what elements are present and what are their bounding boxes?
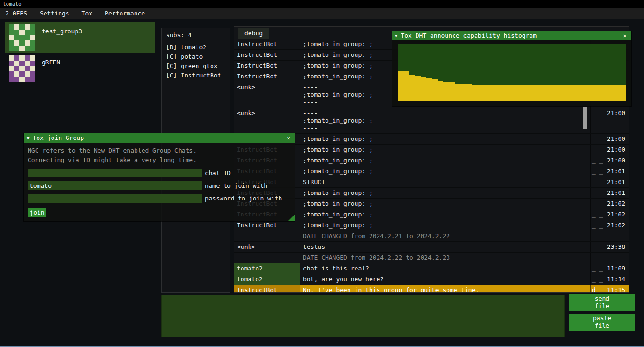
- chat-message-row[interactable]: InstructBot No, I've been in this group …: [234, 285, 629, 292]
- chat-message-row[interactable]: DATE CHANGED from 2024.2.22 to 2024.2.23: [234, 253, 629, 263]
- message-timestamp: [605, 253, 629, 263]
- group-item[interactable]: gREEN: [5, 53, 155, 84]
- app-window: tomato 2.0FPS Settings Tox Performance t…: [0, 0, 644, 347]
- menu-item[interactable]: Tox: [76, 8, 98, 19]
- histogram-bar: [443, 82, 449, 101]
- message-text: ---- ;tomato_in_group: ; ----: [300, 108, 586, 133]
- histogram-bar: [614, 85, 620, 101]
- histogram-bar: [580, 85, 586, 101]
- scrollbar-gutter: [586, 263, 590, 274]
- scrollbar-gutter: [586, 199, 590, 209]
- message-author: InstructBot: [234, 50, 300, 60]
- histogram-bar: [483, 85, 489, 101]
- message-text: ;tomato_in_group: ;: [300, 145, 586, 155]
- message-status-flags: _ _: [590, 274, 605, 285]
- subs-item[interactable]: [D] tomato2: [162, 43, 230, 52]
- scrollbar-gutter: [586, 145, 590, 155]
- message-text: ;tomato_in_group: ;: [300, 155, 586, 166]
- scrollbar-gutter: [586, 166, 590, 177]
- collapse-arrow-icon[interactable]: ▼: [395, 31, 397, 40]
- chat-message-row[interactable]: DATE CHANGED from 2024.2.21 to 2024.2.22: [234, 231, 629, 242]
- message-status-flags: [590, 231, 605, 241]
- message-text: DATE CHANGED from 2024.2.21 to 2024.2.22: [300, 231, 586, 241]
- message-status-flags: d: [590, 285, 605, 292]
- message-author: <unk>: [234, 242, 300, 252]
- join-field-row: chat ID: [28, 169, 291, 177]
- resize-grip[interactable]: [288, 215, 295, 221]
- scrollbar-gutter: [586, 177, 590, 187]
- group-item[interactable]: test_group3: [5, 22, 155, 53]
- histogram-bar: [517, 85, 523, 101]
- join-title-bar[interactable]: ▼ Tox join Group ✕: [24, 133, 295, 143]
- join-window: ▼ Tox join Group ✕ NGC refers to the New…: [24, 133, 295, 221]
- message-author: tomato2: [234, 263, 300, 274]
- histogram-bar: [398, 71, 403, 101]
- histogram-bar: [403, 71, 409, 101]
- scrollbar-gutter: [586, 220, 590, 231]
- scrollbar-gutter: [586, 285, 590, 292]
- scrollbar-gutter: [586, 155, 590, 166]
- histogram-bar: [523, 85, 529, 101]
- message-timestamp: 21:01: [605, 166, 629, 177]
- histogram-bar: [438, 81, 443, 101]
- send-file-button[interactable]: send file: [569, 294, 635, 311]
- fps-counter: 2.0FPS: [0, 10, 34, 17]
- join-form: chat ID name to join with password to jo…: [28, 169, 291, 203]
- chat-message-row[interactable]: InstructBot ;tomato_in_group: ; _ _ 21:0…: [234, 220, 629, 231]
- subs-item[interactable]: [C] InstructBot: [162, 71, 230, 80]
- histogram-window: ▼ Tox DHT announce capability histogram …: [392, 31, 631, 106]
- message-timestamp: 21:00: [605, 145, 629, 155]
- histogram-bar: [495, 85, 500, 101]
- message-input[interactable]: [161, 295, 565, 337]
- group-avatar: [9, 24, 35, 51]
- histogram-title-bar[interactable]: ▼ Tox DHT announce capability histogram …: [392, 31, 631, 40]
- tab-debug[interactable]: debug: [238, 28, 269, 39]
- message-timestamp: 21:02: [605, 209, 629, 220]
- chat-message-row[interactable]: tomato2 chat is this real? _ _ 11:09: [234, 263, 629, 274]
- chat-scrollbar-thumb[interactable]: [583, 107, 587, 129]
- join-button[interactable]: join: [28, 208, 46, 217]
- scrollbar-gutter: [586, 209, 590, 220]
- menu-item[interactable]: Performance: [98, 8, 151, 19]
- message-author: InstructBot: [234, 71, 300, 82]
- message-status-flags: _ _: [590, 108, 605, 133]
- message-status-flags: _ _: [590, 155, 605, 166]
- message-timestamp: 21:00: [605, 155, 629, 166]
- histogram-bar: [409, 75, 415, 101]
- subs-item[interactable]: [C] potato: [162, 52, 230, 62]
- histogram-bar: [591, 85, 597, 101]
- message-timestamp: 21:02: [605, 199, 629, 209]
- join-password-input[interactable]: [28, 194, 202, 203]
- histogram-bar: [535, 85, 540, 101]
- title-bar[interactable]: tomato: [0, 0, 644, 8]
- menu-bar: 2.0FPS Settings Tox Performance: [0, 8, 644, 19]
- chat-message-row[interactable]: <unk> ---- ;tomato_in_group: ; ---- _ _ …: [234, 108, 629, 134]
- chat-message-row[interactable]: tomato2 bot, are you new here? _ _ 11:14: [234, 274, 629, 285]
- close-icon[interactable]: ✕: [285, 133, 292, 143]
- subs-item[interactable]: [C] green_qtox: [162, 62, 230, 71]
- histogram-bar: [529, 85, 535, 101]
- chat-message-row[interactable]: <unk> testus _ _ 23:38: [234, 242, 629, 253]
- message-status-flags: _ _: [590, 220, 605, 231]
- message-status-flags: _ _: [590, 134, 605, 144]
- message-status-flags: [590, 253, 605, 263]
- menu-item[interactable]: Settings: [34, 8, 76, 19]
- close-icon[interactable]: ✕: [621, 31, 629, 40]
- histogram-bar: [466, 84, 472, 101]
- join-field-row: name to join with: [28, 181, 291, 190]
- scrollbar-gutter: [586, 242, 590, 252]
- collapse-arrow-icon[interactable]: ▼: [27, 133, 29, 143]
- join-name-input[interactable]: [28, 181, 202, 190]
- message-timestamp: 11:15: [605, 285, 629, 292]
- paste-file-button[interactable]: paste file: [569, 314, 635, 331]
- message-timestamp: 23:38: [605, 242, 629, 252]
- scrollbar-gutter: [586, 188, 590, 198]
- join-field-row: password to join with: [28, 194, 291, 203]
- histogram-bar: [586, 85, 591, 101]
- message-author: InstructBot: [234, 220, 300, 231]
- join-info-line: Connecting via ID might take a very long…: [28, 155, 291, 165]
- histogram-bar: [512, 85, 517, 101]
- chat-id-input[interactable]: [28, 169, 202, 177]
- join-info-line: NGC refers to the New DHT enabled Group …: [28, 146, 291, 155]
- histogram-bar: [552, 85, 557, 101]
